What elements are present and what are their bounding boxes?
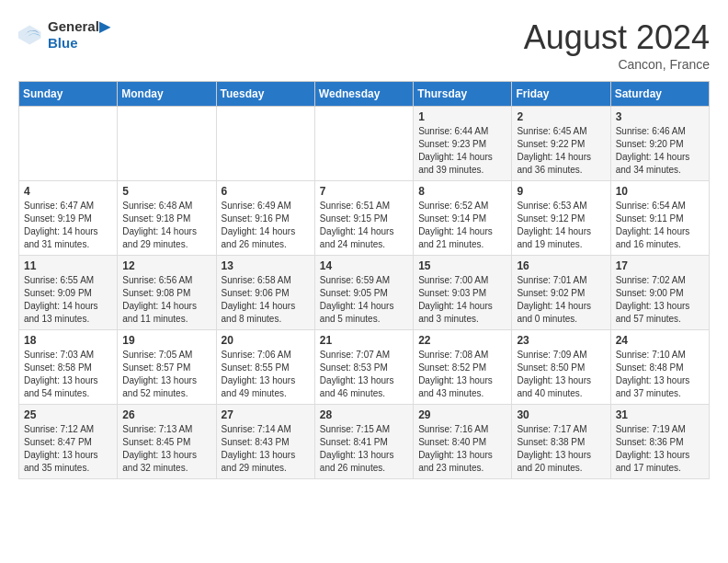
day-number: 29 (418, 408, 506, 421)
calendar-week-4: 18Sunrise: 7:03 AM Sunset: 8:58 PM Dayli… (19, 330, 710, 405)
calendar-cell (314, 107, 413, 181)
day-number: 10 (616, 185, 704, 198)
day-info: Sunrise: 7:09 AM Sunset: 8:50 PM Dayligh… (517, 349, 605, 400)
day-info: Sunrise: 7:01 AM Sunset: 9:02 PM Dayligh… (517, 274, 605, 326)
calendar-cell: 26Sunrise: 7:13 AM Sunset: 8:45 PM Dayli… (118, 405, 216, 479)
day-info: Sunrise: 6:55 AM Sunset: 9:09 PM Dayligh… (24, 274, 112, 326)
calendar-week-1: 1Sunrise: 6:44 AM Sunset: 9:23 PM Daylig… (19, 107, 710, 181)
calendar-cell: 31Sunrise: 7:19 AM Sunset: 8:36 PM Dayli… (610, 405, 709, 479)
day-number: 3 (616, 110, 704, 123)
logo-text: General▶ Blue (48, 18, 110, 51)
day-number: 26 (122, 408, 210, 421)
header-tuesday: Tuesday (216, 82, 314, 107)
title-block: August 2024 Cancon, France (524, 18, 710, 72)
calendar-cell: 15Sunrise: 7:00 AM Sunset: 9:03 PM Dayli… (414, 256, 512, 330)
header-thursday: Thursday (414, 82, 512, 107)
day-info: Sunrise: 7:06 AM Sunset: 8:55 PM Dayligh… (222, 349, 310, 400)
day-number: 2 (517, 110, 605, 123)
calendar-cell: 29Sunrise: 7:16 AM Sunset: 8:40 PM Dayli… (414, 405, 512, 479)
day-info: Sunrise: 6:47 AM Sunset: 9:19 PM Dayligh… (24, 200, 112, 251)
day-number: 15 (418, 259, 506, 272)
calendar-cell: 25Sunrise: 7:12 AM Sunset: 8:47 PM Dayli… (19, 405, 118, 479)
calendar-cell: 20Sunrise: 7:06 AM Sunset: 8:55 PM Dayli… (216, 330, 314, 405)
logo-icon (18, 22, 44, 48)
calendar-cell: 16Sunrise: 7:01 AM Sunset: 9:02 PM Dayli… (512, 256, 610, 330)
calendar-cell: 6Sunrise: 6:49 AM Sunset: 9:16 PM Daylig… (216, 181, 314, 256)
calendar-cell: 22Sunrise: 7:08 AM Sunset: 8:52 PM Dayli… (414, 330, 512, 405)
day-number: 21 (320, 334, 408, 347)
day-info: Sunrise: 6:53 AM Sunset: 9:12 PM Dayligh… (517, 200, 605, 251)
calendar-cell: 9Sunrise: 6:53 AM Sunset: 9:12 PM Daylig… (512, 181, 610, 256)
day-info: Sunrise: 6:54 AM Sunset: 9:11 PM Dayligh… (616, 200, 704, 251)
day-info: Sunrise: 7:08 AM Sunset: 8:52 PM Dayligh… (418, 349, 506, 400)
location: Cancon, France (524, 57, 710, 72)
day-info: Sunrise: 7:12 AM Sunset: 8:47 PM Dayligh… (24, 423, 112, 475)
day-number: 8 (418, 185, 506, 198)
day-number: 14 (320, 259, 408, 272)
day-number: 5 (122, 185, 210, 198)
day-number: 16 (517, 259, 605, 272)
calendar-cell: 13Sunrise: 6:58 AM Sunset: 9:06 PM Dayli… (216, 256, 314, 330)
calendar-cell: 27Sunrise: 7:14 AM Sunset: 8:43 PM Dayli… (216, 405, 314, 479)
calendar-week-2: 4Sunrise: 6:47 AM Sunset: 9:19 PM Daylig… (19, 181, 710, 256)
day-number: 20 (222, 334, 310, 347)
calendar-cell: 3Sunrise: 6:46 AM Sunset: 9:20 PM Daylig… (610, 107, 709, 181)
day-number: 18 (24, 334, 112, 347)
day-info: Sunrise: 7:13 AM Sunset: 8:45 PM Dayligh… (122, 423, 210, 475)
day-info: Sunrise: 6:52 AM Sunset: 9:14 PM Dayligh… (418, 200, 506, 251)
day-info: Sunrise: 6:51 AM Sunset: 9:15 PM Dayligh… (320, 200, 408, 251)
day-info: Sunrise: 6:44 AM Sunset: 9:23 PM Dayligh… (418, 125, 506, 177)
calendar-week-3: 11Sunrise: 6:55 AM Sunset: 9:09 PM Dayli… (19, 256, 710, 330)
day-number: 31 (616, 408, 704, 421)
day-number: 6 (222, 185, 310, 198)
calendar-cell: 14Sunrise: 6:59 AM Sunset: 9:05 PM Dayli… (314, 256, 413, 330)
day-number: 27 (222, 408, 310, 421)
calendar-cell: 12Sunrise: 6:56 AM Sunset: 9:08 PM Dayli… (118, 256, 216, 330)
day-number: 24 (616, 334, 704, 347)
day-info: Sunrise: 7:05 AM Sunset: 8:57 PM Dayligh… (122, 349, 210, 400)
day-number: 12 (122, 259, 210, 272)
day-number: 23 (517, 334, 605, 347)
day-info: Sunrise: 6:56 AM Sunset: 9:08 PM Dayligh… (122, 274, 210, 326)
day-number: 13 (222, 259, 310, 272)
calendar-cell: 17Sunrise: 7:02 AM Sunset: 9:00 PM Dayli… (610, 256, 709, 330)
day-number: 9 (517, 185, 605, 198)
header-saturday: Saturday (610, 82, 709, 107)
logo: General▶ Blue (18, 18, 110, 51)
day-info: Sunrise: 7:02 AM Sunset: 9:00 PM Dayligh… (616, 274, 704, 326)
calendar-cell (19, 107, 118, 181)
day-number: 7 (320, 185, 408, 198)
calendar-header-row: SundayMondayTuesdayWednesdayThursdayFrid… (19, 82, 710, 107)
page-header: General▶ Blue August 2024 Cancon, France (18, 18, 710, 72)
day-info: Sunrise: 7:19 AM Sunset: 8:36 PM Dayligh… (616, 423, 704, 475)
day-number: 11 (24, 259, 112, 272)
day-info: Sunrise: 6:58 AM Sunset: 9:06 PM Dayligh… (222, 274, 310, 326)
calendar-table: SundayMondayTuesdayWednesdayThursdayFrid… (18, 81, 710, 479)
calendar-week-5: 25Sunrise: 7:12 AM Sunset: 8:47 PM Dayli… (19, 405, 710, 479)
month-title: August 2024 (524, 18, 710, 57)
day-info: Sunrise: 7:03 AM Sunset: 8:58 PM Dayligh… (24, 349, 112, 400)
day-info: Sunrise: 6:46 AM Sunset: 9:20 PM Dayligh… (616, 125, 704, 177)
calendar-cell: 11Sunrise: 6:55 AM Sunset: 9:09 PM Dayli… (19, 256, 118, 330)
calendar-cell (216, 107, 314, 181)
day-number: 4 (24, 185, 112, 198)
calendar-cell: 1Sunrise: 6:44 AM Sunset: 9:23 PM Daylig… (414, 107, 512, 181)
header-wednesday: Wednesday (314, 82, 413, 107)
day-info: Sunrise: 7:07 AM Sunset: 8:53 PM Dayligh… (320, 349, 408, 400)
day-info: Sunrise: 7:17 AM Sunset: 8:38 PM Dayligh… (517, 423, 605, 475)
day-info: Sunrise: 6:49 AM Sunset: 9:16 PM Dayligh… (222, 200, 310, 251)
calendar-cell: 5Sunrise: 6:48 AM Sunset: 9:18 PM Daylig… (118, 181, 216, 256)
calendar-cell: 18Sunrise: 7:03 AM Sunset: 8:58 PM Dayli… (19, 330, 118, 405)
day-info: Sunrise: 7:10 AM Sunset: 8:48 PM Dayligh… (616, 349, 704, 400)
day-number: 30 (517, 408, 605, 421)
calendar-cell: 24Sunrise: 7:10 AM Sunset: 8:48 PM Dayli… (610, 330, 709, 405)
header-monday: Monday (118, 82, 216, 107)
day-info: Sunrise: 6:45 AM Sunset: 9:22 PM Dayligh… (517, 125, 605, 177)
header-sunday: Sunday (19, 82, 118, 107)
day-info: Sunrise: 7:14 AM Sunset: 8:43 PM Dayligh… (222, 423, 310, 475)
day-info: Sunrise: 6:59 AM Sunset: 9:05 PM Dayligh… (320, 274, 408, 326)
calendar-cell: 7Sunrise: 6:51 AM Sunset: 9:15 PM Daylig… (314, 181, 413, 256)
calendar-cell: 2Sunrise: 6:45 AM Sunset: 9:22 PM Daylig… (512, 107, 610, 181)
day-info: Sunrise: 7:16 AM Sunset: 8:40 PM Dayligh… (418, 423, 506, 475)
day-info: Sunrise: 7:15 AM Sunset: 8:41 PM Dayligh… (320, 423, 408, 475)
